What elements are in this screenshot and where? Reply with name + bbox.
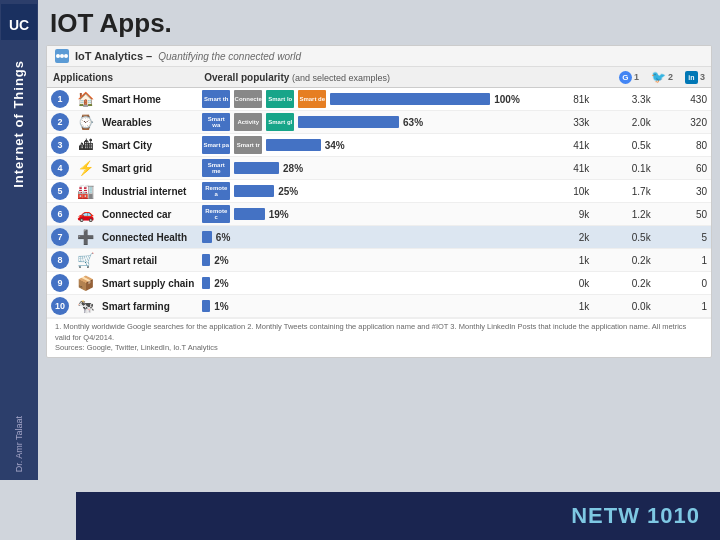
bar-wrap: 1% — [202, 300, 534, 312]
popularity-label: 19% — [269, 209, 289, 220]
row-popularity: Smart me28% — [198, 157, 538, 180]
main-content: IOT Apps. IoT Analytics – Quantifying th… — [38, 0, 720, 540]
linkedin-score: 5 — [655, 226, 711, 249]
popularity-bar — [298, 116, 399, 128]
row-popularity: 2% — [198, 249, 538, 272]
card-subtitle: Quantifying the connected world — [158, 51, 301, 62]
example-image: Smart th — [202, 90, 230, 108]
twitter-score: 0.5k — [593, 134, 654, 157]
row-num-badge: 5 — [51, 182, 69, 200]
row-name: Smart farming — [98, 295, 198, 318]
app-name-label: Smart City — [102, 140, 152, 151]
twitter-score: 0.5k — [593, 226, 654, 249]
row-icon: 🏙 — [73, 134, 98, 157]
linkedin-score: 0 — [655, 272, 711, 295]
row-num-badge: 8 — [51, 251, 69, 269]
supply-icon: 📦 — [77, 275, 94, 291]
city-icon: 🏙 — [79, 137, 93, 153]
twitter-score: 0.2k — [593, 249, 654, 272]
sidebar-author: Dr. Amr Talaat — [14, 416, 24, 472]
score-twitter: 🐦 2 — [651, 70, 673, 84]
footer-note-1: 1. Monthly worldwide Google searches for… — [55, 322, 686, 342]
app-name-label: Connected Health — [102, 232, 187, 243]
popularity-bar — [266, 139, 320, 151]
row-name: Smart grid — [98, 157, 198, 180]
google-score: 1k — [538, 295, 593, 318]
row-name: Wearables — [98, 111, 198, 134]
sidebar: UC Internet of Things Dr. Amr Talaat — [0, 0, 38, 480]
cart-icon: 🛒 — [77, 252, 94, 268]
table-row: 3🏙Smart CitySmart paSmart tr34%41k0.5k80 — [47, 134, 711, 157]
row-number: 7 — [47, 226, 73, 249]
twitter-score: 0.2k — [593, 272, 654, 295]
popularity-bar — [234, 162, 279, 174]
row-number: 8 — [47, 249, 73, 272]
col-applications: Applications — [47, 67, 198, 88]
google-score: 81k — [538, 88, 593, 111]
linkedin-score: 60 — [655, 157, 711, 180]
popularity-label: 63% — [403, 117, 423, 128]
row-icon: 📦 — [73, 272, 98, 295]
example-image: Smart tr — [234, 136, 262, 154]
sidebar-logo: UC — [1, 4, 37, 40]
google-score: 9k — [538, 203, 593, 226]
example-image: Activity — [234, 113, 262, 131]
row-num-badge: 6 — [51, 205, 69, 223]
table-row: 6🚗Connected carRemote c19%9k1.2k50 — [47, 203, 711, 226]
table-row: 9📦Smart supply chain2%0k0.2k0 — [47, 272, 711, 295]
table-row: 4⚡Smart gridSmart me28%41k0.1k60 — [47, 157, 711, 180]
row-number: 5 — [47, 180, 73, 203]
popularity-label: 100% — [494, 94, 520, 105]
bar-wrap: 6% — [202, 231, 534, 243]
row-number: 2 — [47, 111, 73, 134]
twitter-score: 1.2k — [593, 203, 654, 226]
col-popularity: Overall popularity (and selected example… — [198, 67, 538, 88]
table-header-row: Applications Overall popularity (and sel… — [47, 67, 711, 88]
example-image: Smart lo — [266, 90, 294, 108]
table-row: 2⌚WearablesSmart waActivitySmart gl63%33… — [47, 111, 711, 134]
svg-point-3 — [60, 54, 64, 58]
twitter-score: 0.0k — [593, 295, 654, 318]
row-name: Smart supply chain — [98, 272, 198, 295]
bar-wrap: 2% — [202, 254, 534, 266]
footer-note-2: Sources: Google, Twitter, LinkedIn, Io.T… — [55, 343, 218, 352]
example-image: Smart wa — [202, 113, 230, 131]
grid-icon: ⚡ — [77, 160, 94, 176]
row-icon: 🐄 — [73, 295, 98, 318]
col-scores: G 1 🐦 2 in 3 — [538, 67, 711, 88]
row-icon: ⚡ — [73, 157, 98, 180]
example-image: Smart gl — [266, 113, 294, 131]
page-title: IOT Apps. — [50, 8, 172, 38]
page-header: IOT Apps. — [38, 0, 720, 45]
google-score: 1k — [538, 249, 593, 272]
bottom-logo-prefix: NETW — [571, 503, 647, 528]
popularity-label: 25% — [278, 186, 298, 197]
row-num-badge: 7 — [51, 228, 69, 246]
app-name-label: Connected car — [102, 209, 171, 220]
popularity-bar — [202, 300, 210, 312]
linkedin-score: 80 — [655, 134, 711, 157]
popularity-label: 28% — [283, 163, 303, 174]
row-icon: 🛒 — [73, 249, 98, 272]
bar-wrap: Remote c19% — [202, 205, 534, 223]
bottom-logo-num: 1010 — [647, 503, 700, 528]
row-popularity: Remote c19% — [198, 203, 538, 226]
card-header: IoT Analytics – Quantifying the connecte… — [47, 46, 711, 67]
google-score: 41k — [538, 157, 593, 180]
twitter-score: 0.1k — [593, 157, 654, 180]
popularity-label: 1% — [214, 301, 228, 312]
google-icon: G — [619, 71, 632, 84]
bar-wrap: Smart waActivitySmart gl63% — [202, 113, 534, 131]
bar-wrap: Smart paSmart tr34% — [202, 136, 534, 154]
row-popularity: Smart thConnecteSmart loSmart de100% — [198, 88, 538, 111]
row-popularity: Remote a25% — [198, 180, 538, 203]
example-image: Smart me — [202, 159, 230, 177]
row-number: 1 — [47, 88, 73, 111]
linkedin-score: 320 — [655, 111, 711, 134]
svg-text:UC: UC — [9, 17, 29, 33]
bar-wrap: Remote a25% — [202, 182, 534, 200]
bar-wrap: 2% — [202, 277, 534, 289]
app-name-label: Smart retail — [102, 255, 157, 266]
google-score: 41k — [538, 134, 593, 157]
row-number: 6 — [47, 203, 73, 226]
